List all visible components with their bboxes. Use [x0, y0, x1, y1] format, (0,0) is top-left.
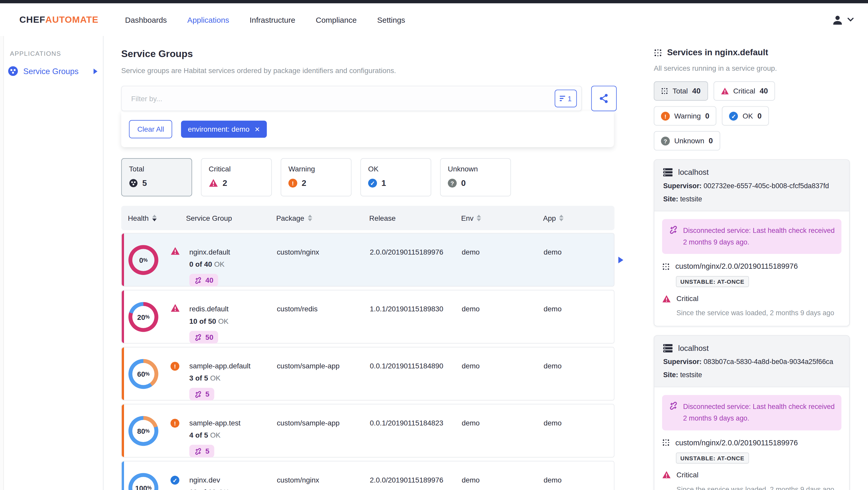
logo-automate: AUTOMATE — [45, 14, 99, 25]
server-icon — [663, 168, 673, 176]
nav-compliance[interactable]: Compliance — [316, 15, 356, 24]
chevron-down-icon — [847, 18, 854, 22]
services-panel: Services in nginx.default All services r… — [654, 36, 855, 490]
health-donut: 0% — [128, 245, 158, 275]
critical-icon — [662, 471, 671, 479]
chip-close-icon[interactable]: ✕ — [254, 125, 260, 133]
filter-chip-environment-demo[interactable]: environment: demo ✕ — [181, 121, 267, 138]
package-cell: custom/sample-app — [277, 348, 370, 401]
badge-ok[interactable]: ✓ OK0 — [722, 106, 769, 126]
disconnected-count-pill: 5 — [189, 388, 214, 400]
filter-count: 1 — [567, 94, 572, 102]
services-grid-icon — [662, 263, 670, 270]
sidebar-section-title: APPLICATIONS — [10, 50, 103, 57]
services-grid-icon — [662, 438, 670, 446]
broken-link-icon — [194, 276, 202, 284]
package-cell: custom/redis — [277, 290, 370, 344]
user-avatar-icon — [832, 14, 844, 26]
service-card: localhost Supervisor: 083b07ca-5830-4a8d… — [654, 335, 850, 490]
table-row-sample-app-default[interactable]: 60% ! sample-app.default 3 of 5 OK 5 cus… — [121, 347, 614, 401]
broken-link-icon — [194, 333, 202, 341]
sidebar-caret-icon — [94, 68, 97, 74]
app-cell: demo — [544, 404, 614, 457]
warning-icon: ! — [661, 111, 670, 120]
service-groups-icon — [8, 66, 18, 76]
services-grid-icon — [661, 88, 668, 95]
release-cell: 0.0.1/20190115184823 — [370, 404, 462, 457]
server-icon — [663, 344, 673, 352]
filter-count-button[interactable]: 1 — [555, 90, 577, 107]
disconnected-count-pill: 50 — [189, 331, 218, 344]
nav-infrastructure[interactable]: Infrastructure — [250, 15, 295, 24]
service-group-list: 0% nginx.default 0 of 40 OK 40 custom/ng… — [121, 233, 621, 490]
column-health[interactable]: Health — [128, 214, 186, 222]
column-package[interactable]: Package — [276, 214, 369, 222]
clear-all-button[interactable]: Clear All — [129, 120, 172, 138]
page: CHEFAUTOMATE Dashboards Applications Inf… — [0, 0, 868, 490]
app-cell: demo — [544, 348, 614, 401]
nav-settings[interactable]: Settings — [377, 15, 405, 24]
badge-warning[interactable]: ! Warning0 — [654, 106, 717, 126]
column-app[interactable]: App — [543, 214, 614, 222]
host-name: localhost — [678, 344, 709, 352]
disconnected-alert: Disconnected service: Last health check … — [662, 395, 841, 430]
broken-link-icon — [669, 401, 678, 424]
service-group-name: nginx.dev — [189, 476, 277, 484]
service-card-header: localhost Supervisor: 083b07ca-5830-4a8d… — [654, 336, 849, 387]
share-icon — [599, 94, 609, 103]
filter-bar: 1 — [121, 86, 582, 111]
user-menu[interactable] — [832, 14, 854, 26]
badge-critical[interactable]: Critical40 — [713, 81, 775, 101]
broken-link-icon — [669, 225, 678, 248]
critical-icon — [170, 233, 189, 287]
ok-check-icon: ✓ — [729, 111, 738, 120]
nav-dashboards[interactable]: Dashboards — [125, 15, 167, 24]
table-row-nginx-dev[interactable]: 100% ✓ nginx.dev 10 of 10 OK 10 custom/n… — [121, 461, 614, 490]
tile-ok-count: 1 — [381, 178, 386, 188]
table-row-nginx-default[interactable]: 0% nginx.default 0 of 40 OK 40 custom/ng… — [121, 233, 614, 287]
app-cell: demo — [544, 461, 614, 490]
left-scroll-track — [0, 36, 4, 490]
sidebar-item-label: Service Groups — [23, 67, 79, 75]
nav-applications[interactable]: Applications — [187, 15, 229, 24]
host-name: localhost — [678, 168, 709, 176]
critical-icon — [170, 290, 189, 344]
table-header: Health Service Group Package Release Env… — [121, 206, 614, 230]
tile-total[interactable]: Total 5 — [121, 158, 192, 196]
tile-ok[interactable]: OK ✓ 1 — [361, 158, 431, 196]
health-donut: 20% — [128, 302, 158, 332]
share-button[interactable] — [591, 86, 617, 111]
ok-check-icon: ✓ — [368, 178, 377, 187]
filter-input[interactable] — [130, 94, 555, 103]
chef-automate-logo[interactable]: CHEFAUTOMATE — [20, 14, 98, 25]
service-group-name: sample-app.default — [189, 362, 277, 370]
top-strip — [0, 0, 868, 3]
package-cell: custom/nginx — [277, 461, 370, 490]
release-cell: 2.0.0/20190115189976 — [370, 461, 462, 490]
tile-warning-count: 2 — [302, 178, 306, 188]
filter-row: 1 — [121, 86, 621, 111]
update-strategy-badge: UNSTABLE: AT-ONCE — [676, 276, 749, 287]
tile-warning[interactable]: Warning ! 2 — [281, 158, 351, 196]
filter-lines-icon — [560, 96, 566, 102]
app-bar: CHEFAUTOMATE Dashboards Applications Inf… — [0, 3, 868, 36]
sort-icons-health — [152, 215, 156, 221]
badge-unknown[interactable]: ? Unknown0 — [654, 131, 720, 151]
column-service-group[interactable]: Service Group — [186, 214, 276, 222]
column-release[interactable]: Release — [369, 214, 461, 222]
supervisor-id: 002732ee-6557-405c-b008-cfcf5da837fd — [704, 182, 829, 190]
warning-icon: ! — [170, 404, 189, 457]
column-env[interactable]: Env — [461, 214, 543, 222]
badge-total[interactable]: Total40 — [654, 81, 708, 101]
total-cluster-icon — [129, 178, 138, 187]
main-nav: Dashboards Applications Infrastructure C… — [125, 15, 405, 24]
panel-status-badges: Total40 Critical40 ! Warning0 ✓ OK0 ? Un… — [654, 81, 836, 151]
since-loaded-text: Since the service was loaded, 2 months 9… — [677, 309, 842, 317]
status-tiles: Total 5 Critical 2 Warning ! 2 — [121, 158, 621, 196]
table-row-sample-app-test[interactable]: 80% ! sample-app.test 4 of 5 OK 5 custom… — [121, 404, 614, 457]
tile-critical[interactable]: Critical 2 — [201, 158, 272, 196]
sort-icons-env — [477, 215, 481, 221]
table-row-redis-default[interactable]: 20% redis.default 10 of 50 OK 50 custom/… — [121, 290, 614, 344]
tile-unknown[interactable]: Unknown ? 0 — [440, 158, 511, 196]
sidebar-item-service-groups[interactable]: Service Groups — [8, 66, 103, 76]
